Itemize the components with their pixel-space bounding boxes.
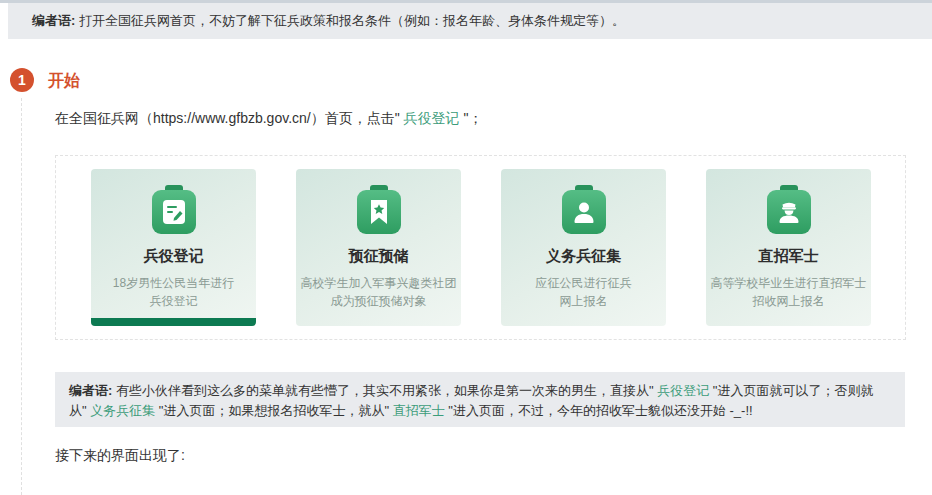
card-yuzhengyuchu[interactable]: 预征预储 高校学生加入军事兴趣类社团 成为预征预储对象: [296, 169, 461, 326]
soldier-cap-icon: [767, 185, 811, 235]
card-title: 直招军士: [706, 247, 871, 266]
step-title: 开始: [48, 71, 80, 92]
editor-note-label: 编者语:: [69, 383, 112, 398]
intro-sentence: 在全国征兵网（https://www.gfbzb.gov.cn/）首页，点击" …: [55, 110, 482, 128]
card-description: 18岁男性公民当年进行 兵役登记: [91, 274, 256, 310]
intro-text-after: "；: [460, 110, 483, 126]
card-description: 应征公民进行征兵 网上报名: [501, 274, 666, 310]
service-cards-container: 兵役登记 18岁男性公民当年进行 兵役登记 预征预储 高校学生加入军事兴趣类社团: [55, 155, 906, 340]
step-timeline-divider: [21, 98, 22, 495]
note-link-yiwubingzhengji[interactable]: 义务兵征集: [90, 403, 155, 418]
card-zhizhaojunshi[interactable]: 直招军士 高等学校毕业生进行直招军士 招收网上报名: [706, 169, 871, 326]
card-title: 义务兵征集: [501, 247, 666, 266]
bookmark-star-icon: [357, 185, 401, 235]
active-indicator-bar: [91, 318, 256, 326]
editor-note-top: 编者语: 打开全国征兵网首页，不妨了解下征兵政策和报名条件（例如：报名年龄、身体…: [8, 3, 932, 39]
editor-note-bottom: 编者语: 有些小伙伴看到这么多的菜单就有些懵了，其实不用紧张，如果你是第一次来的…: [55, 372, 905, 427]
intro-link-bingyidengji[interactable]: 兵役登记: [404, 110, 460, 126]
person-badge-icon: [562, 185, 606, 235]
card-title: 兵役登记: [91, 247, 256, 266]
card-description: 高等学校毕业生进行直招军士 招收网上报名: [706, 274, 871, 310]
card-bingyidengji[interactable]: 兵役登记 18岁男性公民当年进行 兵役登记: [91, 169, 256, 326]
card-yiwubingzhengji[interactable]: 义务兵征集 应征公民进行征兵 网上报名: [501, 169, 666, 326]
editor-note-text: 打开全国征兵网首页，不妨了解下征兵政策和报名条件（例如：报名年龄、身体条件规定等…: [75, 13, 625, 28]
footer-text: 接下来的界面出现了:: [55, 447, 185, 465]
intro-text-before: 在全国征兵网（https://www.gfbzb.gov.cn/）首页，点击": [55, 110, 404, 126]
card-description: 高校学生加入军事兴趣类社团 成为预征预储对象: [296, 274, 461, 310]
clipboard-pencil-icon: [152, 185, 196, 235]
note-link-zhizhaojunshi[interactable]: 直招军士: [393, 403, 445, 418]
note-link-bingyidengji[interactable]: 兵役登记: [657, 383, 709, 398]
editor-note-label: 编者语:: [32, 13, 75, 28]
step-number-badge: 1: [10, 68, 34, 92]
tutorial-page: 编者语: 打开全国征兵网首页，不妨了解下征兵政策和报名条件（例如：报名年龄、身体…: [0, 0, 932, 495]
card-title: 预征预储: [296, 247, 461, 266]
